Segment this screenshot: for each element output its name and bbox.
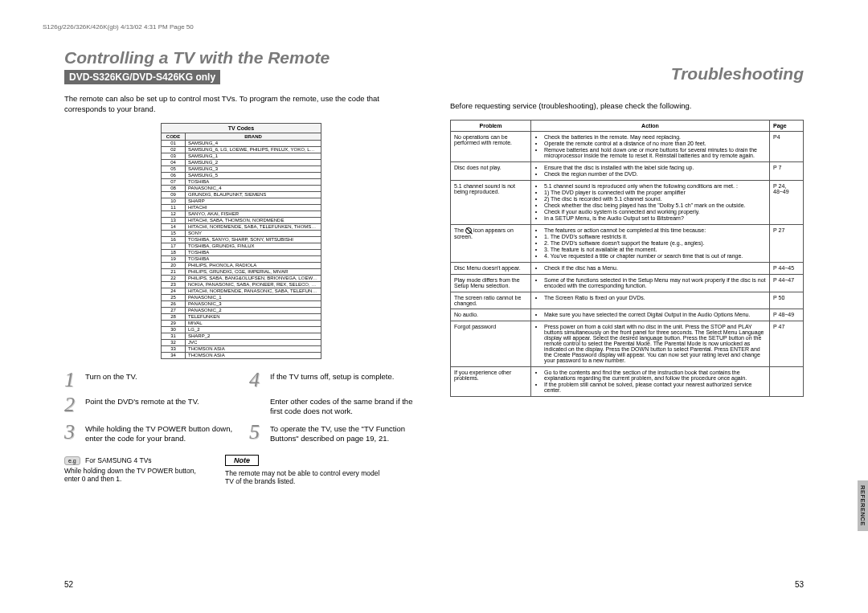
intro-text-left: The remote can also be set up to control… [64, 94, 418, 115]
step: 4If the TV turns off, setup is complete. [249, 370, 418, 389]
table-row: 23NOKIA, PANASONIC, SABA, PIONEER, REX, … [162, 281, 321, 288]
tv-codes-title: TV Codes [162, 123, 321, 133]
step: 2Point the DVD's remote at the TV. [64, 395, 233, 416]
table-row: 06SAMSUNG_5 [162, 172, 321, 178]
table-row: 33THOMSON ASIA [162, 345, 321, 352]
table-row: Forgot passwordPress power on from a col… [451, 321, 804, 366]
table-row: 12SANYO, AKAI, FISHER [162, 210, 321, 217]
table-row: 13HITACHI, SABA, THOMSON, NORDMENDE [162, 217, 321, 223]
col-action: Action [531, 120, 770, 131]
page-number-right: 53 [795, 580, 804, 589]
table-row: 15SONY [162, 230, 321, 236]
table-row: No audio.Make sure you have selected the… [451, 309, 804, 321]
troubleshooting-table: Problem Action Page No operations can be… [450, 120, 804, 397]
col-page: Page [770, 120, 804, 131]
table-row: 22PHILIPS, SABA, BANG&OLUFSEN, BRIONVEGA… [162, 275, 321, 281]
note-text: The remote may not be able to control ev… [225, 469, 386, 486]
table-row: Disc does not play.Ensure that the disc … [451, 161, 804, 180]
table-row: 10SHARP [162, 198, 321, 204]
table-row: 19TOSHIBA [162, 255, 321, 262]
table-row: 32JVC [162, 339, 321, 345]
step-number: 2 [64, 395, 85, 414]
intro-text-right: Before requesting service (troubleshooti… [450, 101, 804, 112]
table-row: 28TELEFUNKEN [162, 313, 321, 320]
step-number: 1 [64, 370, 85, 389]
table-row: 04SAMSUNG_2 [162, 159, 321, 166]
table-row: 24HITACHI, NORDMENDE, PANASONIC, SABA, T… [162, 288, 321, 294]
table-row: 25PANASONIC_1 [162, 294, 321, 300]
table-row: 01SAMSUNG_4 [162, 140, 321, 146]
steps: 1Turn on the TV.4If the TV turns off, se… [64, 370, 418, 450]
table-row: 05SAMSUNG_3 [162, 166, 321, 172]
table-row: 14HITACHI, NORDMENDE, SABA, TELEFUNKEN, … [162, 223, 321, 230]
step: 3While holding the TV POWER button down,… [64, 423, 233, 443]
step-text: Turn on the TV. [85, 370, 137, 382]
eg-badge: e.g [64, 456, 80, 465]
file-header: S126g/226/326K/426K(gb) 4/13/02 4:31 PM … [43, 23, 194, 31]
page-number-left: 52 [64, 580, 73, 589]
step-text: To operate the TV, use the "TV Function … [270, 423, 418, 443]
code-header: CODE [162, 133, 186, 140]
table-row: No operations can be performed with remo… [451, 131, 804, 161]
table-row: The screen ratio cannot be changed.The S… [451, 292, 804, 309]
step: Enter other codes of the same brand if t… [249, 395, 418, 416]
step-text: While holding the TV POWER button down, … [85, 423, 233, 443]
step: 5To operate the TV, use the "TV Function… [249, 423, 418, 443]
step: 1Turn on the TV. [64, 370, 233, 389]
table-row: If you experience other problems.Go to t… [451, 366, 804, 396]
model-subtitle: DVD-S326KG/DVD-S426KG only [64, 70, 220, 84]
table-row: 21PHILIPS, GRUNDIG, CGE, IMPERIAL, MIVAR [162, 268, 321, 275]
eg-text: For SAMSUNG 4 TVs [85, 456, 152, 464]
table-row: 26PANASONIC_3 [162, 300, 321, 307]
table-row: Play mode differs from the Setup Menu se… [451, 274, 804, 292]
table-row: 30LG_2 [162, 326, 321, 333]
step-number: 4 [249, 370, 270, 389]
step-number: 3 [64, 423, 85, 441]
page-title-right: Troubleshooting [450, 64, 804, 84]
table-row: The icon appears on screen.The features … [451, 224, 804, 262]
note-badge: Note [225, 455, 259, 466]
table-row: 31SHARP_2 [162, 333, 321, 339]
tv-codes-table: TV Codes CODE BRAND 01SAMSUNG_402SAMSUNG… [161, 123, 321, 359]
step-text: Enter other codes of the same brand if t… [270, 395, 418, 416]
table-row: 09GRUNDIG, BLAUPUNKT, SIEMENS [162, 191, 321, 198]
right-page: Troubleshooting Before requesting servic… [450, 48, 804, 589]
step-number: 5 [249, 423, 270, 441]
table-row: 07TOSHIBA [162, 178, 321, 185]
table-row: 16TOSHIBA, SANYO, SHARP, SONY, MITSUBISH… [162, 236, 321, 243]
col-problem: Problem [451, 120, 531, 131]
table-row: 34THOMSON ASIA [162, 352, 321, 358]
table-row: 03SAMSUNG_1 [162, 153, 321, 159]
side-tab-reference: REFERENCE [858, 480, 868, 531]
page-title-left: Controlling a TV with the Remote [64, 48, 418, 67]
brand-header: BRAND [186, 133, 321, 140]
left-page: Controlling a TV with the Remote DVD-S32… [64, 48, 418, 589]
table-row: 17TOSHIBA, GRUNDIG, FINLUX [162, 243, 321, 249]
step-text: If the TV turns off, setup is complete. [270, 370, 394, 382]
prohibit-icon [465, 227, 472, 234]
table-row: 08PANASONIC_4 [162, 185, 321, 191]
table-row: 02SAMSUNG_6, LG, LOEWE, PHILIPS, FINLUX,… [162, 146, 321, 153]
table-row: 5.1 channel sound is not being reproduce… [451, 180, 804, 224]
table-row: 18TOSHIBA [162, 249, 321, 255]
eg-sub: While holding down the TV POWER button, … [64, 467, 209, 483]
example-line: e.g For SAMSUNG 4 TVs [64, 456, 209, 465]
table-row: Disc Menu doesn't appear.Check if the di… [451, 262, 804, 274]
table-row: 27PANASONIC_2 [162, 307, 321, 313]
table-row: 11HITACHI [162, 204, 321, 210]
table-row: 29MIVAL [162, 320, 321, 326]
step-text: Point the DVD's remote at the TV. [85, 395, 199, 407]
table-row: 20PHILIPS, PHONOLA, RADIOLA [162, 262, 321, 268]
